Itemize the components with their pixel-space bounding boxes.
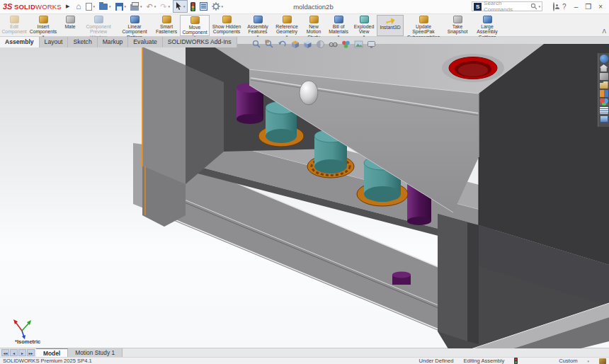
take-snapshot-icon	[453, 16, 462, 23]
print-button[interactable]: ▾	[129, 1, 144, 12]
tab-scroll-next[interactable]: ▸	[18, 349, 26, 356]
reference-geometry-button[interactable]: Reference Geometry▾	[272, 15, 302, 36]
component-preview-window-icon	[94, 16, 103, 23]
smart-fasteners-button[interactable]: Smart Fasteners	[153, 15, 180, 36]
tab-evaluate[interactable]: Evaluate	[128, 37, 162, 47]
view-settings-icon[interactable]	[367, 39, 376, 48]
view-orientation-label: *Isometric	[15, 339, 40, 345]
linear-component-pattern-button[interactable]: Linear Component Pattern▾	[116, 15, 153, 36]
tab-sketch[interactable]: Sketch	[68, 37, 97, 47]
search-icon[interactable]	[530, 3, 537, 10]
collapse-ribbon-chevron[interactable]: ᐱ	[603, 28, 606, 35]
open-caret-icon[interactable]: ▾	[109, 4, 111, 8]
clamp-bolt-hole[interactable]	[300, 81, 318, 105]
tab-layout[interactable]: Layout	[40, 37, 69, 47]
tab-scroll-last[interactable]: ▸▸	[27, 349, 35, 356]
support-pillar[interactable]	[438, 214, 479, 344]
new-caret-icon[interactable]: ▾	[93, 4, 96, 8]
rebuild-button[interactable]	[189, 1, 197, 12]
instant3d-button[interactable]: Instant3D	[377, 15, 404, 36]
login-button[interactable]	[553, 3, 554, 11]
locating-ring[interactable]	[442, 54, 504, 82]
select-caret-icon[interactable]: ▾	[183, 4, 186, 8]
tag-icon[interactable]	[599, 358, 606, 364]
search-commands-box[interactable]: S Search Commands ▾	[472, 1, 542, 11]
edit-appearance-icon[interactable]	[341, 39, 351, 48]
print-icon	[130, 4, 139, 11]
close-button[interactable]: ×	[598, 3, 603, 11]
previous-view-icon[interactable]	[278, 39, 287, 48]
reference-geometry-icon	[283, 16, 292, 23]
minimize-button[interactable]: –	[574, 3, 579, 11]
display-style-icon[interactable]	[316, 39, 325, 48]
rebuild-status-icon[interactable]	[514, 358, 518, 364]
tab-scroll-prev[interactable]: ◂	[10, 349, 18, 356]
display-manager-icon[interactable]	[600, 115, 608, 123]
undo-caret-icon[interactable]: ▾	[154, 4, 156, 8]
print-caret-icon[interactable]: ▾	[140, 4, 142, 8]
new-motion-study-icon	[309, 16, 319, 23]
open-button[interactable]: ▾	[98, 1, 113, 12]
mate-button[interactable]: Mate	[59, 15, 81, 36]
tab-motion-study-1[interactable]: Motion Study 1	[68, 348, 123, 357]
edit-component-button[interactable]: Edit Component	[1, 15, 27, 36]
tab-solidworks-addins[interactable]: SOLIDWORKS Add-Ins	[163, 37, 237, 47]
file-properties-button[interactable]	[198, 1, 209, 12]
redo-caret-icon[interactable]: ▾	[169, 4, 171, 8]
section-view-icon[interactable]	[290, 39, 300, 48]
threedexperience-icon[interactable]	[600, 55, 608, 63]
help-button[interactable]: ?	[562, 2, 567, 11]
select-tool-button[interactable]: ▾	[173, 0, 188, 13]
hide-show-items-icon[interactable]	[329, 39, 338, 48]
tab-markup[interactable]: Markup	[98, 37, 129, 47]
restore-button[interactable]: ❐	[585, 3, 591, 11]
zoom-to-fit-icon[interactable]	[252, 39, 261, 48]
home-button[interactable]: ⌂	[74, 1, 82, 12]
logo-solid: SOLID	[14, 3, 35, 11]
view-orientation-icon[interactable]	[303, 39, 312, 48]
view-palette-icon[interactable]	[600, 90, 608, 97]
model-canvas[interactable]	[0, 37, 609, 348]
large-assembly-settings-button[interactable]: Large Assembly Settings	[472, 15, 503, 36]
apply-scene-icon[interactable]	[354, 39, 363, 48]
solidworks-search-badge-icon[interactable]: S	[474, 3, 482, 11]
undo-button[interactable]: ↶▾	[145, 1, 158, 12]
insert-components-icon	[39, 16, 48, 23]
search-caret-icon[interactable]: ▾	[539, 4, 541, 8]
design-library-icon[interactable]	[600, 73, 608, 80]
save-button[interactable]: ▾	[114, 1, 128, 12]
show-hidden-components-button[interactable]: Show Hidden Components	[210, 15, 244, 36]
update-speedpak-button[interactable]: Update SpeedPak Subassemblies	[404, 15, 443, 36]
custom-properties-icon[interactable]	[600, 107, 608, 114]
options-caret-icon[interactable]: ▾	[222, 4, 224, 8]
component-preview-window-button[interactable]: Component Preview Window	[81, 15, 116, 36]
save-caret-icon[interactable]: ▾	[125, 4, 127, 8]
purple-pin-stub[interactable]	[392, 271, 411, 285]
move-component-button[interactable]: Move Component▾	[180, 15, 210, 36]
tab-assembly[interactable]: Assembly	[0, 37, 40, 47]
status-units[interactable]: Custom	[559, 358, 577, 364]
redo-button[interactable]: ↷▾	[159, 1, 171, 12]
status-version: SOLIDWORKS Premium 2025 SP4.1	[3, 358, 92, 364]
menu-flyout-arrow[interactable]: ▶	[66, 4, 69, 9]
assembly-features-button[interactable]: Assembly Features▾	[244, 15, 272, 36]
mate-icon	[66, 16, 75, 23]
update-speedpak-icon	[419, 16, 428, 23]
exploded-view-button[interactable]: Exploded View▾	[351, 15, 377, 36]
take-snapshot-button[interactable]: Take Snapshot	[443, 15, 472, 36]
graphics-viewport[interactable]: Assembly Layout Sketch Markup Evaluate S…	[0, 37, 609, 348]
units-caret-icon[interactable]: ▾	[587, 359, 589, 363]
new-document-button[interactable]: ▾	[84, 1, 97, 12]
insert-components-button[interactable]: Insert Components▾	[27, 15, 59, 36]
appearances-icon[interactable]	[600, 98, 608, 106]
tab-model[interactable]: Model	[36, 348, 68, 357]
zoom-to-area-icon[interactable]	[265, 39, 274, 48]
show-hidden-components-icon	[222, 16, 232, 23]
options-button[interactable]: ▾	[210, 1, 225, 12]
tab-scroll-first[interactable]: ◂◂	[1, 349, 9, 356]
solidworks-resources-icon[interactable]	[600, 64, 608, 72]
new-motion-study-button[interactable]: New Motion Study	[302, 15, 326, 36]
bill-of-materials-button[interactable]: Bill of Materials▾	[326, 15, 351, 36]
search-input[interactable]: Search Commands	[484, 0, 530, 13]
file-explorer-icon[interactable]	[600, 81, 608, 89]
